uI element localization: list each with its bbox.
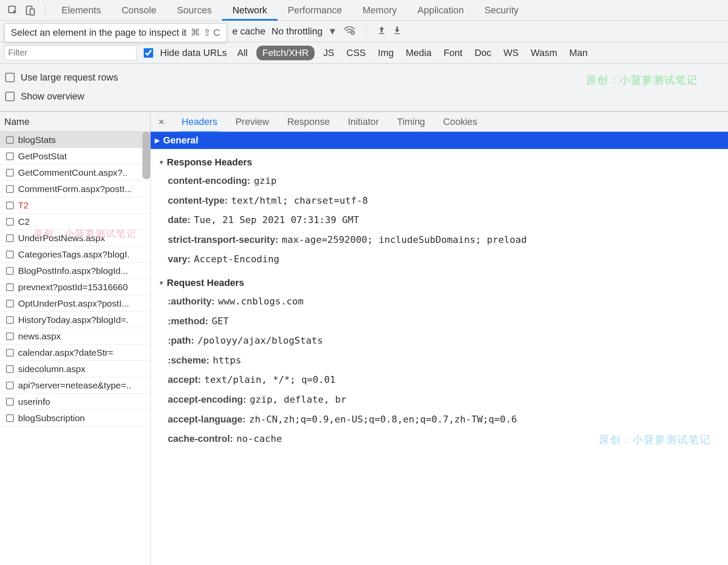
filter-type-fetch-xhr[interactable]: Fetch/XHR bbox=[256, 46, 315, 60]
network-split-view: Name 原创：小菠萝测试笔记 blogStatsGetPostStatGetC… bbox=[0, 112, 728, 565]
row-checkbox[interactable] bbox=[6, 267, 14, 275]
row-checkbox[interactable] bbox=[6, 349, 14, 357]
filter-type-ws[interactable]: WS bbox=[500, 46, 522, 60]
separator bbox=[366, 25, 367, 37]
panel-tab-application[interactable]: Application bbox=[407, 0, 474, 20]
header-key: :path: bbox=[168, 332, 194, 349]
row-checkbox[interactable] bbox=[6, 300, 14, 307]
detail-tab-initiator[interactable]: Initiator bbox=[348, 116, 379, 127]
disable-cache-fragment: e cache bbox=[232, 26, 265, 37]
close-detail-icon[interactable]: × bbox=[156, 116, 167, 128]
row-checkbox[interactable] bbox=[6, 382, 14, 389]
header-key: :authority: bbox=[168, 293, 215, 310]
request-list[interactable]: 原创：小菠萝测试笔记 blogStatsGetPostStatGetCommen… bbox=[0, 132, 150, 565]
throttling-dropdown[interactable]: No throttling ▼ bbox=[271, 26, 337, 37]
request-name: HistoryToday.aspx?blogId=. bbox=[18, 315, 129, 325]
panel-tab-elements[interactable]: Elements bbox=[51, 0, 111, 20]
panel-tab-security[interactable]: Security bbox=[474, 0, 529, 20]
row-checkbox[interactable] bbox=[6, 152, 14, 160]
general-section-header[interactable]: ▶ General bbox=[151, 132, 728, 149]
detail-tab-headers[interactable]: Headers bbox=[182, 116, 217, 127]
hide-data-urls-checkbox[interactable] bbox=[144, 48, 153, 58]
request-row[interactable]: BlogPostInfo.aspx?blogId... bbox=[0, 263, 150, 279]
header-line: vary:Accept-Encoding bbox=[168, 251, 720, 268]
row-checkbox[interactable] bbox=[6, 398, 14, 406]
panel-tab-sources[interactable]: Sources bbox=[167, 0, 222, 20]
header-line: accept-language:zh-CN,zh;q=0.9,en-US;q=0… bbox=[168, 411, 720, 428]
panel-tab-console[interactable]: Console bbox=[111, 0, 167, 20]
request-row[interactable]: api?server=netease&type=.. bbox=[0, 377, 150, 394]
filter-type-all[interactable]: All bbox=[234, 46, 251, 60]
header-key: content-type: bbox=[168, 192, 228, 209]
network-conditions-icon[interactable] bbox=[343, 25, 356, 38]
detail-tab-timing[interactable]: Timing bbox=[397, 116, 425, 127]
download-icon[interactable] bbox=[392, 25, 402, 37]
request-row[interactable]: GetPostStat bbox=[0, 148, 150, 165]
detail-tab-response[interactable]: Response bbox=[287, 116, 330, 127]
row-checkbox[interactable] bbox=[6, 185, 14, 193]
row-checkbox[interactable] bbox=[6, 332, 14, 340]
request-row[interactable]: CommentForm.aspx?postI... bbox=[0, 181, 150, 197]
name-column-header[interactable]: Name bbox=[0, 112, 150, 132]
request-row[interactable]: OptUnderPost.aspx?postI... bbox=[0, 295, 150, 312]
row-checkbox[interactable] bbox=[6, 316, 14, 324]
header-line: accept:text/plain, */*; q=0.01 bbox=[168, 371, 720, 388]
row-checkbox[interactable] bbox=[6, 218, 14, 226]
filter-input[interactable] bbox=[4, 46, 137, 60]
panel-tab-performance[interactable]: Performance bbox=[278, 0, 352, 20]
svg-rect-2 bbox=[30, 9, 34, 15]
request-row[interactable]: HistoryToday.aspx?blogId=. bbox=[0, 312, 150, 328]
header-key: strict-transport-security: bbox=[168, 231, 278, 248]
inspect-element-icon[interactable] bbox=[4, 2, 22, 19]
request-row[interactable]: news.aspx bbox=[0, 328, 150, 345]
scrollbar-thumb[interactable] bbox=[142, 132, 150, 179]
filter-type-js[interactable]: JS bbox=[320, 46, 338, 60]
filter-type-media[interactable]: Media bbox=[402, 46, 435, 60]
row-checkbox[interactable] bbox=[6, 234, 14, 242]
general-label: General bbox=[163, 135, 198, 146]
show-overview-checkbox[interactable] bbox=[5, 92, 15, 101]
panel-tab-memory[interactable]: Memory bbox=[352, 0, 407, 20]
request-row[interactable]: blogStats bbox=[0, 132, 150, 148]
request-name: CategoriesTags.aspx?blogI. bbox=[18, 249, 130, 260]
row-checkbox[interactable] bbox=[6, 283, 14, 291]
request-name: prevnext?postId=15316660 bbox=[18, 282, 128, 292]
row-checkbox[interactable] bbox=[6, 414, 14, 422]
row-checkbox[interactable] bbox=[6, 365, 14, 373]
request-row[interactable]: CategoriesTags.aspx?blogI. bbox=[0, 246, 150, 263]
row-checkbox[interactable] bbox=[6, 202, 14, 209]
row-checkbox[interactable] bbox=[6, 136, 14, 144]
use-large-rows-label: Use large request rows bbox=[21, 72, 118, 83]
row-checkbox[interactable] bbox=[6, 251, 14, 258]
header-value: max-age=2592000; includeSubDomains; prel… bbox=[282, 231, 527, 248]
request-name: calendar.aspx?dateStr= bbox=[18, 348, 113, 358]
filter-type-wasm[interactable]: Wasm bbox=[527, 46, 561, 60]
header-value: Tue, 21 Sep 2021 07:31:39 GMT bbox=[194, 211, 359, 229]
request-list-pane: Name 原创：小菠萝测试笔记 blogStatsGetPostStatGetC… bbox=[0, 112, 151, 565]
header-value: text/plain, */*; q=0.01 bbox=[204, 371, 336, 388]
use-large-rows-checkbox[interactable] bbox=[5, 73, 15, 82]
request-row[interactable]: T2 bbox=[0, 197, 150, 214]
row-checkbox[interactable] bbox=[6, 169, 14, 177]
detail-tab-preview[interactable]: Preview bbox=[235, 116, 269, 127]
filter-type-man[interactable]: Man bbox=[566, 46, 591, 60]
request-row[interactable]: calendar.aspx?dateStr= bbox=[0, 345, 150, 361]
detail-tab-cookies[interactable]: Cookies bbox=[443, 116, 477, 127]
toggle-device-icon[interactable] bbox=[22, 2, 39, 19]
request-row[interactable]: sidecolumn.aspx bbox=[0, 361, 150, 377]
request-row[interactable]: GetCommentCount.aspx?.. bbox=[0, 165, 150, 181]
request-row[interactable]: blogSubscription bbox=[0, 410, 150, 426]
request-row[interactable]: userinfo bbox=[0, 394, 150, 410]
request-headers-title[interactable]: ▼ Request Headers bbox=[158, 277, 720, 289]
response-headers-title[interactable]: ▼ Response Headers bbox=[158, 157, 720, 168]
header-key: accept-language: bbox=[168, 411, 246, 428]
panel-tab-network[interactable]: Network bbox=[222, 0, 278, 20]
filter-type-doc[interactable]: Doc bbox=[471, 46, 495, 60]
header-key: date: bbox=[168, 211, 191, 229]
filter-type-font[interactable]: Font bbox=[440, 46, 466, 60]
devtools-top-tabs: ElementsConsoleSourcesNetworkPerformance… bbox=[0, 0, 728, 21]
upload-icon[interactable] bbox=[377, 25, 386, 37]
filter-type-img[interactable]: Img bbox=[374, 46, 397, 60]
request-row[interactable]: prevnext?postId=15316660 bbox=[0, 279, 150, 295]
filter-type-css[interactable]: CSS bbox=[343, 46, 369, 60]
